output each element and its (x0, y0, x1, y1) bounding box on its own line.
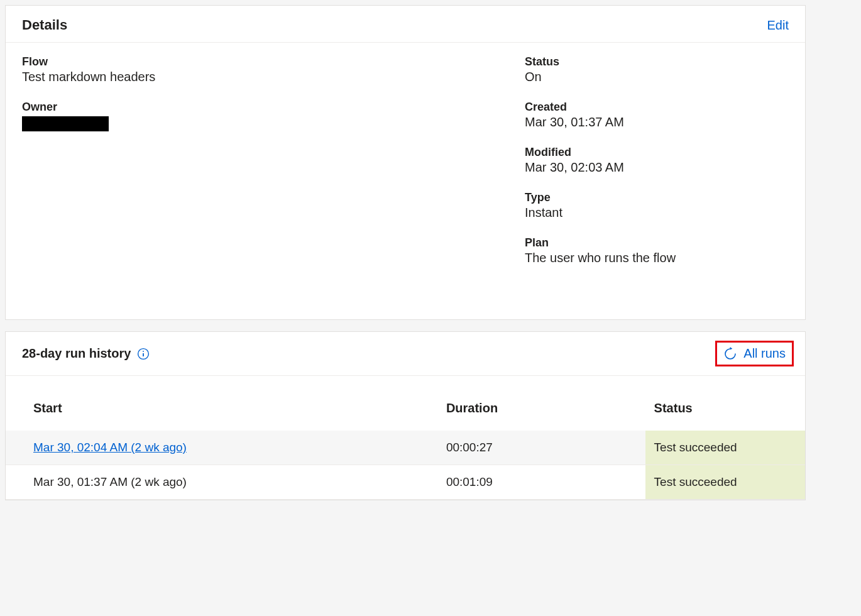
col-header-status[interactable]: Status (645, 376, 805, 431)
run-history-title-wrap: 28-day run history (22, 346, 150, 361)
field-flow-label: Flow (22, 55, 512, 69)
run-history-heading: 28-day run history (22, 346, 131, 361)
field-created-label: Created (525, 101, 776, 114)
field-modified-value: Mar 30, 02:03 AM (525, 160, 776, 175)
field-status: Status On (525, 55, 776, 84)
field-type-value: Instant (525, 206, 776, 220)
cell-start: Mar 30, 02:04 AM (2 wk ago) (6, 431, 437, 465)
field-created-value: Mar 30, 01:37 AM (525, 115, 776, 129)
cell-duration: 00:00:27 (437, 431, 645, 465)
field-modified-label: Modified (525, 146, 776, 159)
col-header-duration[interactable]: Duration (437, 376, 645, 431)
all-runs-button[interactable]: All runs (715, 341, 794, 366)
details-header: Details Edit (6, 6, 805, 43)
details-body: Flow Test markdown headers Owner Status … (6, 43, 805, 319)
details-card: Details Edit Flow Test markdown headers … (5, 5, 806, 320)
info-icon[interactable] (137, 348, 150, 360)
all-runs-label: All runs (743, 346, 786, 361)
cell-status: Test succeeded (645, 431, 805, 465)
field-owner: Owner (22, 101, 512, 131)
runs-table: Start Duration Status Mar 30, 02:04 AM (… (6, 376, 805, 500)
run-start-text: Mar 30, 01:37 AM (2 wk ago) (33, 475, 187, 488)
field-created: Created Mar 30, 01:37 AM (525, 101, 776, 129)
field-flow-value: Test markdown headers (22, 70, 512, 84)
run-start-link[interactable]: Mar 30, 02:04 AM (2 wk ago) (33, 441, 187, 454)
edit-link[interactable]: Edit (767, 18, 789, 33)
field-status-label: Status (525, 55, 776, 69)
cell-duration: 00:01:09 (437, 465, 645, 500)
cell-status: Test succeeded (645, 465, 805, 500)
field-modified: Modified Mar 30, 02:03 AM (525, 146, 776, 175)
run-history-card: 28-day run history All runs Start (5, 331, 806, 500)
details-col-left: Flow Test markdown headers Owner (22, 55, 525, 282)
table-header-row: Start Duration Status (6, 376, 805, 431)
field-owner-label: Owner (22, 101, 512, 114)
field-plan-value: The user who runs the flow (525, 251, 776, 265)
field-plan-label: Plan (525, 236, 776, 250)
col-header-start[interactable]: Start (6, 376, 437, 431)
field-plan: Plan The user who runs the flow (525, 236, 776, 265)
svg-point-2 (143, 351, 144, 352)
details-col-right: Status On Created Mar 30, 01:37 AM Modif… (525, 55, 789, 282)
field-status-value: On (525, 70, 776, 84)
field-type: Type Instant (525, 191, 776, 220)
table-row[interactable]: Mar 30, 02:04 AM (2 wk ago) 00:00:27 Tes… (6, 431, 805, 465)
refresh-icon (723, 347, 737, 361)
field-flow: Flow Test markdown headers (22, 55, 512, 84)
table-row[interactable]: Mar 30, 01:37 AM (2 wk ago) 00:01:09 Tes… (6, 465, 805, 500)
owner-redacted (22, 116, 109, 131)
run-history-header: 28-day run history All runs (6, 332, 805, 376)
cell-start: Mar 30, 01:37 AM (2 wk ago) (6, 465, 437, 500)
details-heading: Details (22, 17, 67, 33)
field-type-label: Type (525, 191, 776, 204)
